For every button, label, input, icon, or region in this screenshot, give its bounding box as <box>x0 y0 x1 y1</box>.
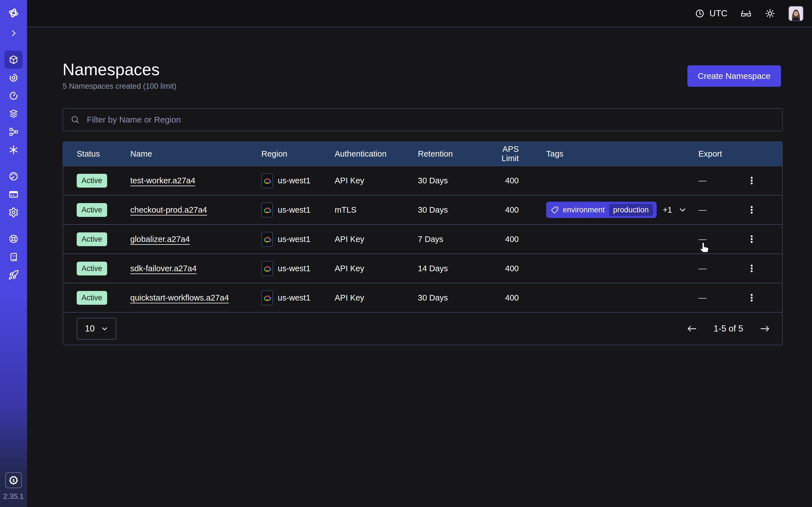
chevron-right-icon <box>9 29 18 38</box>
sidebar: $ 2.35.1 <box>0 0 27 507</box>
sidebar-item-billing[interactable] <box>4 185 22 203</box>
row-actions-menu-button[interactable] <box>740 169 763 192</box>
gauge-icon <box>8 171 19 182</box>
sidebar-item-deployments[interactable] <box>4 105 22 123</box>
aps-limit-cell: 400 <box>493 205 529 215</box>
sidebar-item-usage[interactable] <box>4 167 22 185</box>
schedules-timer-icon <box>8 91 19 101</box>
row-actions-menu-button[interactable] <box>740 198 763 222</box>
branch-workflow-icon <box>8 127 18 137</box>
name-cell: checkout-prod.a27a4 <box>130 205 261 215</box>
retention-cell: 14 Days <box>418 264 493 273</box>
namespace-link[interactable]: checkout-prod.a27a4 <box>130 205 207 214</box>
create-namespace-button[interactable]: Create Namespace <box>688 65 781 87</box>
page-title: Namespaces <box>63 60 783 79</box>
tag-more-count: +1 <box>663 205 672 215</box>
pagination-range: 1-5 of 5 <box>714 324 743 334</box>
cube-icon <box>8 54 19 65</box>
tag-pill[interactable]: environment production <box>546 202 657 218</box>
export-cell: — <box>698 293 740 302</box>
sun-icon <box>765 8 775 19</box>
status-cell: Active <box>63 203 130 217</box>
status-badge: Active <box>77 203 107 217</box>
table-row: Active globalizer.a27a4 us-west1 API Key… <box>63 224 782 253</box>
retention-cell: 30 Days <box>418 176 493 185</box>
timezone-selector[interactable]: UTC <box>695 8 727 18</box>
timezone-label: UTC <box>709 8 727 18</box>
book-sparkles-icon <box>8 252 18 262</box>
column-header-tags: Tags <box>529 149 698 159</box>
row-actions-menu-button[interactable] <box>740 227 763 251</box>
row-actions-menu-button[interactable] <box>740 286 763 309</box>
page-size-select[interactable]: 10 <box>77 318 116 340</box>
sidebar-item-support[interactable] <box>4 230 22 248</box>
gcp-cloud-icon <box>261 261 273 276</box>
sidebar-item-batch-operations[interactable] <box>4 123 22 141</box>
namespace-link[interactable]: quickstart-workflows.a27a4 <box>130 293 229 302</box>
filter-bar <box>63 108 783 131</box>
namespace-link[interactable]: sdk-failover.a27a4 <box>130 264 197 273</box>
sidebar-item-get-started[interactable] <box>4 266 22 284</box>
table-row: Active test-worker.a27a4 us-west1 API Ke… <box>63 166 782 195</box>
kebab-menu-icon <box>747 205 756 215</box>
arrow-right-icon <box>760 325 770 333</box>
asterisk-icon <box>8 145 19 155</box>
sidebar-item-docs[interactable] <box>4 248 22 266</box>
status-badge: Active <box>77 174 107 187</box>
glasses-icon <box>741 8 752 19</box>
table-row: Active checkout-prod.a27a4 us-west1 mTLS… <box>63 195 782 224</box>
region-cell: us-west1 <box>261 232 335 247</box>
column-header-export: Export <box>698 149 782 159</box>
column-header-name: Name <box>130 149 261 159</box>
gcp-cloud-icon <box>261 203 273 217</box>
column-header-retention: Retention <box>418 149 493 159</box>
svg-text:$: $ <box>12 478 15 483</box>
export-value: — <box>698 205 707 214</box>
sidebar-item-schedules[interactable] <box>4 87 22 105</box>
namespaces-table: Status Name Region Authentication Retent… <box>63 142 783 345</box>
lifebuoy-icon <box>8 233 19 244</box>
column-header-authentication: Authentication <box>335 149 418 159</box>
status-badge: Active <box>77 262 107 276</box>
sidebar-item-settings[interactable] <box>4 203 22 221</box>
sidebar-expand-button[interactable] <box>4 24 22 42</box>
region-label: us-west1 <box>278 235 310 244</box>
authentication-cell: API Key <box>335 176 418 185</box>
region-label: us-west1 <box>278 264 310 273</box>
sidebar-item-nexus[interactable] <box>4 141 22 159</box>
sidebar-item-namespaces[interactable] <box>4 51 22 69</box>
row-actions-menu-button[interactable] <box>740 257 763 280</box>
tags-expand-chevron-icon[interactable] <box>678 206 687 214</box>
next-page-button[interactable] <box>760 325 770 333</box>
dollar-seal-icon: $ <box>8 475 18 485</box>
kebab-menu-icon <box>747 234 756 244</box>
authentication-cell: mTLS <box>335 205 418 215</box>
layers-icon <box>8 108 19 119</box>
main-content: Namespaces 5 Namespaces created (100 lim… <box>27 28 812 507</box>
namespace-link[interactable]: test-worker.a27a4 <box>130 176 195 185</box>
region-cell: us-west1 <box>261 290 335 305</box>
previous-page-button[interactable] <box>687 325 697 333</box>
status-cell: Active <box>63 174 130 187</box>
column-header-aps-limit: APS Limit <box>493 145 529 163</box>
kebab-menu-icon <box>747 264 756 273</box>
kebab-menu-icon <box>747 293 756 302</box>
user-avatar[interactable] <box>788 6 804 21</box>
topbar: UTC <box>27 0 812 27</box>
region-cell: us-west1 <box>261 173 335 188</box>
labs-toggle-button[interactable] <box>741 8 752 19</box>
pricing-badge-button[interactable]: $ <box>5 472 22 488</box>
temporal-logo-icon[interactable] <box>4 4 22 22</box>
sidebar-item-workflows[interactable] <box>4 69 22 87</box>
search-icon <box>70 115 80 124</box>
table-row: Active quickstart-workflows.a27a4 us-wes… <box>63 283 782 312</box>
arrow-left-icon <box>687 325 697 333</box>
status-cell: Active <box>63 232 130 246</box>
retention-cell: 30 Days <box>418 293 493 302</box>
page-subtitle: 5 Namespaces created (100 limit) <box>63 82 783 91</box>
name-cell: sdk-failover.a27a4 <box>130 264 261 273</box>
namespace-link[interactable]: globalizer.a27a4 <box>130 235 190 244</box>
theme-toggle-button[interactable] <box>765 8 775 19</box>
status-badge: Active <box>77 291 107 305</box>
filter-input[interactable] <box>63 108 783 131</box>
